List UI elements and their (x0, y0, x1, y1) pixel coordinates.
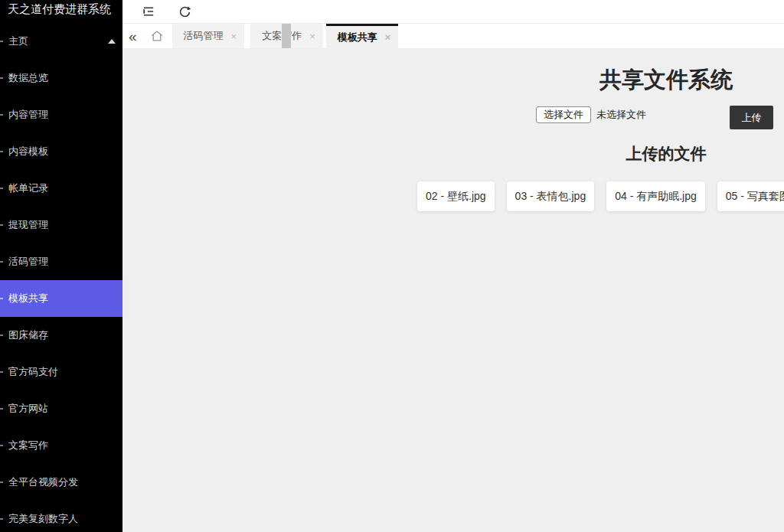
sidebar: 天之道付费进群系统 主页 数据总览 内容管理 内容模板 帐单记录 提现管理 活码… (0, 0, 122, 532)
sidebar-item-label: 官方码支付 (8, 365, 58, 379)
home-icon[interactable] (149, 28, 165, 44)
sidebar-item-template-sharing[interactable]: 模板共享 (0, 280, 122, 317)
sidebar-item-label: 提现管理 (8, 218, 48, 232)
tab-label: 模板共享 (338, 31, 377, 44)
sidebar-item-label: 主页 (8, 34, 28, 48)
tab-live-code-management[interactable]: 活码管理 × (172, 24, 245, 48)
tab-bar: « 活码管理 × 文案写作 × 模板共享 × (122, 24, 784, 49)
sidebar-item-billing-records[interactable]: 帐单记录 (0, 170, 122, 207)
sidebar-item-official-code-payment[interactable]: 官方码支付 (0, 354, 122, 390)
sidebar-item-label: 文案写作 (8, 439, 48, 452)
file-input: 选择文件 未选择文件 (536, 106, 646, 123)
sidebar-item-label: 完美复刻数字人 (8, 512, 78, 526)
sidebar-item-video-distribution[interactable]: 全平台视频分发 (0, 464, 122, 501)
sidebar-item-digital-human[interactable]: 完美复刻数字人 (0, 501, 122, 532)
menu-fold-icon[interactable] (142, 5, 155, 18)
close-icon[interactable]: × (385, 32, 391, 42)
sidebar-item-label: 帐单记录 (8, 181, 48, 195)
uploaded-files-list: 02 - 壁纸.jpg 03 - 表情包.jpg 04 - 有声助眠.jpg 0… (417, 181, 784, 211)
sidebar-item-label: 图床储存 (8, 328, 48, 342)
tab-label: 活码管理 (184, 29, 224, 43)
refresh-icon[interactable] (178, 5, 191, 18)
sidebar-item-label: 内容模板 (8, 145, 48, 158)
sidebar-menu: 主页 数据总览 内容管理 内容模板 帐单记录 提现管理 活码管理 模板共享 图床… (0, 23, 122, 532)
sidebar-item-withdrawal-management[interactable]: 提现管理 (0, 207, 122, 243)
file-item[interactable]: 04 - 有声助眠.jpg (606, 181, 705, 211)
sidebar-item-content-template[interactable]: 内容模板 (0, 133, 122, 170)
sidebar-item-label: 全平台视频分发 (8, 475, 78, 489)
sidebar-item-label: 活码管理 (8, 255, 48, 269)
page-content: 共享文件系统 选择文件 未选择文件 上传 上传的文件 02 - 壁纸.jpg 0… (122, 48, 784, 532)
app-title: 天之道付费进群系统 (0, 0, 122, 21)
choose-file-button[interactable]: 选择文件 (536, 106, 591, 123)
file-item[interactable]: 03 - 表情包.jpg (507, 181, 595, 211)
scrollbar-thumb[interactable] (282, 24, 291, 48)
sidebar-item-label: 内容管理 (8, 108, 48, 122)
file-status-text: 未选择文件 (596, 108, 646, 122)
uploaded-files-title: 上传的文件 (626, 143, 707, 165)
sidebar-item-label: 模板共享 (8, 292, 48, 305)
sidebar-item-home[interactable]: 主页 (0, 23, 122, 60)
sidebar-item-live-code-management[interactable]: 活码管理 (0, 243, 122, 280)
sidebar-item-content-management[interactable]: 内容管理 (0, 96, 122, 133)
sidebar-item-official-website[interactable]: 官方网站 (0, 390, 122, 427)
tab-template-sharing[interactable]: 模板共享 × (326, 24, 399, 48)
close-icon[interactable]: × (231, 31, 237, 41)
sidebar-item-label: 数据总览 (8, 71, 48, 85)
sidebar-item-image-hosting[interactable]: 图床储存 (0, 317, 122, 354)
upload-button[interactable]: 上传 (730, 106, 773, 129)
file-item[interactable]: 02 - 壁纸.jpg (417, 181, 495, 211)
double-chevron-left-icon[interactable]: « (129, 29, 137, 44)
close-icon[interactable]: × (309, 31, 315, 41)
page-title: 共享文件系统 (599, 65, 733, 96)
main-area: « 活码管理 × 文案写作 × 模板共享 × 共享文件系统 选择文件 未选择文件… (122, 0, 784, 532)
sidebar-item-label: 官方网站 (8, 402, 48, 416)
top-toolbar (122, 0, 784, 24)
sidebar-item-data-overview[interactable]: 数据总览 (0, 60, 122, 96)
file-item[interactable]: 05 - 写真套图.jpg (717, 181, 784, 211)
chevron-up-icon (108, 39, 116, 44)
sidebar-item-copywriting[interactable]: 文案写作 (0, 427, 122, 464)
